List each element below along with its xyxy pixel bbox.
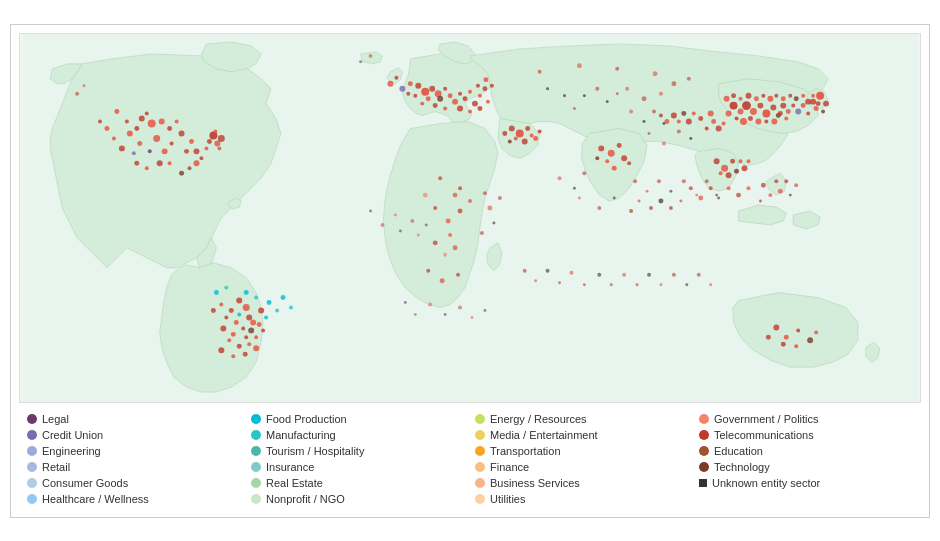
legend-item: Unknown entity sector — [699, 477, 913, 489]
svg-point-61 — [420, 101, 424, 105]
legend-item: Engineering — [27, 445, 241, 457]
svg-point-114 — [739, 96, 743, 100]
svg-point-175 — [257, 321, 262, 326]
svg-point-198 — [615, 66, 619, 70]
legend-label: Credit Union — [42, 429, 103, 441]
svg-point-1 — [139, 115, 145, 121]
legend-dot — [475, 430, 485, 440]
svg-point-106 — [780, 102, 786, 108]
legend-dot — [699, 479, 707, 487]
svg-point-255 — [682, 179, 686, 183]
svg-point-241 — [487, 205, 492, 210]
svg-point-271 — [417, 233, 420, 236]
svg-point-89 — [730, 101, 738, 109]
svg-point-60 — [399, 85, 405, 91]
svg-point-142 — [823, 100, 829, 106]
svg-point-282 — [736, 192, 741, 197]
legend-dot — [27, 478, 37, 488]
svg-point-176 — [261, 328, 265, 332]
legend-dot — [27, 430, 37, 440]
svg-point-182 — [453, 192, 458, 197]
svg-point-87 — [612, 165, 617, 170]
svg-point-304 — [647, 272, 651, 276]
svg-point-183 — [433, 206, 437, 210]
svg-point-40 — [415, 82, 421, 88]
svg-point-92 — [750, 108, 757, 115]
svg-point-94 — [762, 109, 770, 117]
svg-point-49 — [458, 91, 462, 95]
svg-point-224 — [677, 129, 681, 133]
svg-point-15 — [125, 119, 129, 123]
svg-point-279 — [768, 193, 772, 197]
svg-point-204 — [671, 81, 676, 86]
svg-point-151 — [739, 159, 743, 163]
svg-point-55 — [482, 86, 487, 91]
svg-point-149 — [726, 172, 732, 178]
svg-point-53 — [472, 100, 478, 106]
svg-point-212 — [766, 334, 771, 339]
legend-label: Finance — [490, 461, 529, 473]
legend-dot — [475, 494, 485, 504]
svg-point-152 — [742, 165, 748, 171]
svg-point-170 — [254, 335, 258, 339]
legend-item: Finance — [475, 461, 689, 473]
legend-dot — [699, 446, 709, 456]
svg-point-284 — [717, 196, 720, 199]
svg-point-285 — [709, 186, 713, 190]
svg-point-123 — [801, 93, 805, 97]
svg-point-267 — [380, 222, 384, 226]
svg-point-51 — [463, 96, 468, 101]
svg-point-165 — [248, 327, 254, 333]
svg-point-296 — [546, 268, 550, 272]
svg-point-297 — [558, 281, 561, 284]
svg-point-257 — [705, 179, 709, 183]
svg-point-160 — [241, 326, 245, 330]
svg-point-203 — [659, 91, 663, 95]
svg-point-223 — [662, 122, 665, 125]
svg-point-21 — [132, 151, 136, 155]
svg-point-146 — [721, 164, 728, 171]
legend-item: Real Estate — [251, 477, 465, 489]
svg-point-86 — [595, 156, 599, 160]
svg-point-303 — [636, 283, 639, 286]
svg-point-153 — [746, 159, 750, 163]
svg-point-12 — [175, 119, 179, 123]
svg-point-306 — [672, 272, 676, 276]
legend-item: Education — [699, 445, 913, 457]
svg-point-145 — [714, 158, 720, 164]
svg-point-308 — [697, 272, 701, 276]
svg-point-58 — [408, 81, 413, 86]
svg-point-50 — [452, 98, 458, 104]
svg-point-93 — [757, 102, 763, 108]
svg-point-33 — [204, 146, 208, 150]
svg-point-287 — [689, 186, 693, 190]
svg-point-97 — [726, 110, 732, 116]
svg-point-85 — [621, 155, 627, 161]
svg-point-56 — [387, 80, 393, 86]
svg-point-110 — [801, 103, 806, 108]
legend-item: Media / Entertainment — [475, 429, 689, 441]
legend-item: Technology — [699, 461, 913, 473]
svg-point-234 — [281, 295, 286, 300]
svg-point-71 — [509, 125, 515, 131]
svg-point-174 — [264, 315, 268, 319]
legend-label: Retail — [42, 461, 70, 473]
svg-point-77 — [502, 130, 507, 135]
svg-point-239 — [369, 53, 373, 57]
svg-point-134 — [686, 118, 692, 124]
legend-item: Legal — [27, 413, 241, 425]
legend-item: Telecommunications — [699, 429, 913, 441]
svg-point-309 — [709, 283, 712, 286]
svg-point-177 — [253, 345, 259, 351]
svg-point-118 — [767, 95, 773, 101]
svg-point-219 — [616, 92, 619, 95]
svg-point-25 — [199, 156, 203, 160]
svg-point-278 — [761, 182, 766, 187]
svg-point-3 — [134, 126, 139, 131]
svg-point-207 — [796, 328, 800, 332]
svg-point-163 — [231, 331, 236, 336]
svg-point-211 — [814, 330, 818, 334]
svg-point-258 — [715, 193, 718, 196]
legend-label: Media / Entertainment — [490, 429, 598, 441]
svg-point-237 — [83, 84, 86, 87]
